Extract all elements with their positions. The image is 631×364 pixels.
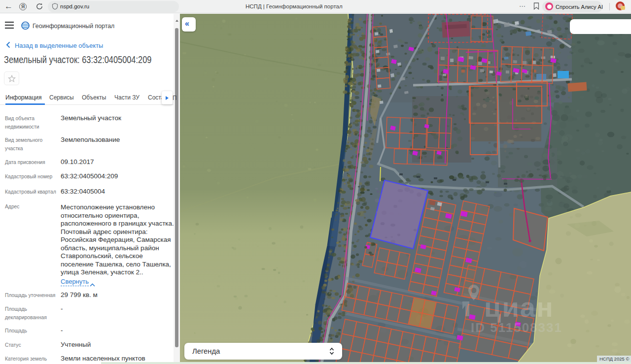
svg-text:ID 511508331: ID 511508331 <box>471 320 562 335</box>
svg-text:циан: циан <box>484 292 554 323</box>
